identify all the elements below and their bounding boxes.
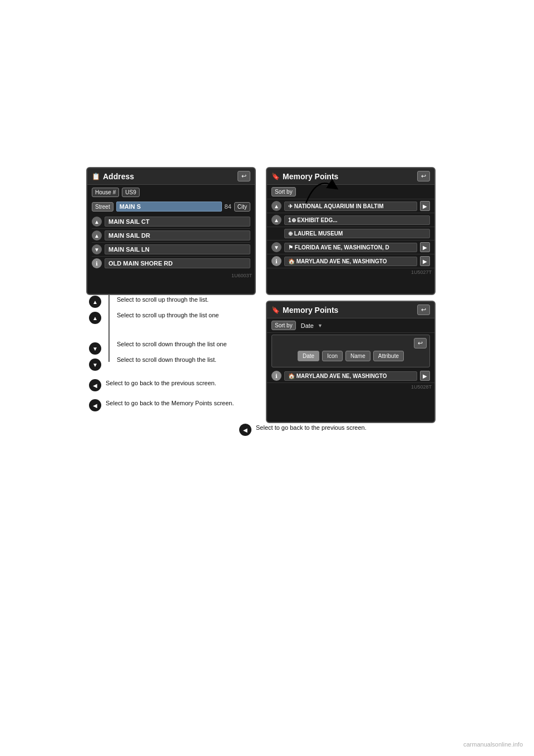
annotation-down2: Select to scroll down through the list. (117, 355, 216, 365)
sort-name-button[interactable]: Name (345, 351, 370, 361)
result-name-3[interactable]: OLD MAIN SHORE RD (105, 258, 250, 268)
house-number-button[interactable]: House # (92, 188, 119, 197)
memory-screen-2: 🔖 Memory Points ↩ Sort by Date ▼ ↩ Date … (266, 301, 436, 423)
result-icon-1[interactable]: ▲ (92, 230, 102, 240)
annotation-up2: Select to scroll up through the list one (117, 311, 219, 321)
sort-dropdown-header: ↩ (275, 338, 427, 348)
memory1-title: 🔖 Memory Points (271, 172, 338, 181)
memory2-bottom-icon[interactable]: ℹ (271, 371, 281, 381)
memory1-name-4[interactable]: 🏠 MARYLAND AVE NE, WASHINGTO (284, 257, 417, 266)
result-icon-3[interactable]: ℹ (92, 258, 102, 268)
city-button[interactable]: City (234, 202, 250, 212)
result-icon-2[interactable]: ▼ (92, 244, 102, 254)
sort-dropdown: ↩ Date Icon Name Attribute (271, 335, 430, 367)
divider-line (108, 295, 110, 362)
result-name-0[interactable]: MAIN SAIL CT (105, 217, 250, 227)
address-screen: 📋 Address ↩ House # US9 Street MAIN S 84… (86, 167, 256, 295)
memory1-title-text: Memory Points (283, 172, 338, 181)
bullet-icon-up2: ▲ (89, 312, 101, 324)
memory1-result-list: ▲ ✈ NATIONAL AQUARIUM IN BALTIM ▶ ▲ 1⊕ E… (267, 199, 434, 268)
address-screen-footer: 1U6003T (87, 272, 255, 279)
memory1-back-button[interactable]: ↩ (417, 171, 430, 181)
result-icon-0[interactable]: ▲ (92, 217, 102, 227)
memory1-item-1: ▲ 1⊕ EXHIBIT EDG... (267, 213, 434, 227)
memory1-arrow-3[interactable]: ▶ (420, 242, 430, 252)
address-screen-title: 📋 Address (92, 172, 134, 181)
annotation-down1: Select to scroll down through the list o… (117, 340, 227, 350)
bottom-bullet-text-2: Select to go back to the Memory Points s… (106, 399, 234, 408)
bottom-bullet-2: ◀ Select to go back to the Memory Points… (89, 399, 234, 411)
memory1-item-3: ▼ ⚑ FLORIDA AVE NE, WASHINGTON, D ▶ (267, 240, 434, 254)
page-watermark: carmanualsonline.info (463, 741, 523, 748)
address-fields-row: House # US9 (87, 185, 255, 200)
bottom-bullet-icon-1: ◀ (89, 379, 101, 391)
spacer1 (89, 327, 101, 338)
memory1-icon-0[interactable]: ▲ (271, 201, 281, 211)
memory1-name-2[interactable]: ⊕ LAUREL MUSEUM (284, 229, 430, 238)
street-number: 84 (225, 203, 231, 210)
bullet-icon-down2: ▼ (89, 359, 101, 371)
sort-attribute-button[interactable]: Attribute (373, 351, 404, 361)
memory1-icon-3[interactable]: ▼ (271, 242, 281, 252)
memory2-back-button[interactable]: ↩ (417, 305, 430, 315)
sort-options: Date Icon Name Attribute (275, 351, 427, 361)
bullet-icons-col: ▲ ▲ ▼ ▼ (89, 295, 101, 371)
memory-screen-1: 🔖 Memory Points ↩ Sort by ▲ ✈ NATIONAL A… (266, 167, 436, 295)
state-button[interactable]: US9 (122, 188, 139, 197)
memory2-bottom-name[interactable]: 🏠 MARYLAND AVE NE, WASHINGTO (284, 371, 417, 381)
memory2-sort-value: Date (301, 322, 314, 329)
memory1-item-0: ▲ ✈ NATIONAL AQUARIUM IN BALTIM ▶ (267, 199, 434, 213)
street-input-display[interactable]: MAIN S (116, 202, 222, 212)
memory2-code: 1U5028T (411, 384, 432, 390)
sort-dropdown-back[interactable]: ↩ (414, 338, 427, 348)
sort-date-button[interactable]: Date (298, 351, 319, 361)
memory1-name-0[interactable]: ✈ NATIONAL AQUARIUM IN BALTIM (284, 202, 417, 211)
result-item-2: ▼ MAIN SAIL LN (92, 243, 250, 257)
bullet-icon-up1: ▲ (89, 296, 101, 308)
memory2-sort-arrow: ▼ (318, 323, 323, 328)
bottom-bullet-icon-2: ◀ (89, 399, 101, 411)
sort-icon-button[interactable]: Icon (322, 351, 343, 361)
bottom-right-bullet: ◀ Select to go back to the previous scre… (239, 423, 367, 436)
memory1-name-3[interactable]: ⚑ FLORIDA AVE NE, WASHINGTON, D (284, 243, 417, 252)
address-screen-code: 1U6003T (231, 273, 252, 278)
memory2-bottom-arrow[interactable]: ▶ (420, 371, 430, 381)
bottom-right-bullet-icon: ◀ (239, 424, 251, 436)
memory2-title-text: Memory Points (283, 306, 338, 315)
annotation-up1: Select to scroll up through the list. (117, 295, 209, 305)
memory1-arrow-4[interactable]: ▶ (420, 256, 430, 266)
memory1-sort-by-label[interactable]: Sort by (271, 187, 296, 197)
page: 📋 Address ↩ House # US9 Street MAIN S 84… (0, 0, 534, 756)
address-title-text: Address (103, 172, 134, 181)
memory2-footer: 1U5028T (267, 383, 434, 391)
memory2-title: 🔖 Memory Points (271, 306, 338, 315)
memory2-sort-by-label[interactable]: Sort by (271, 321, 296, 330)
memory1-item-4: ℹ 🏠 MARYLAND AVE NE, WASHINGTO ▶ (267, 254, 434, 268)
bullet-icon-down1: ▼ (89, 342, 101, 355)
bottom-bullet-1: ◀ Select to go back to the previous scre… (89, 379, 234, 391)
memory1-footer: 1U5027T (267, 268, 434, 276)
street-label[interactable]: Street (92, 202, 113, 212)
address-back-button[interactable]: ↩ (238, 171, 250, 181)
bottom-bullet-text-1: Select to go back to the previous screen… (106, 379, 234, 388)
result-name-2[interactable]: MAIN SAIL LN (105, 244, 250, 254)
memory1-item-2: ⊕ LAUREL MUSEUM (267, 227, 434, 240)
address-result-list: ▲ MAIN SAIL CT ▲ MAIN SAIL DR ▼ MAIN SAI… (87, 213, 255, 272)
memory1-title-icon: 🔖 (271, 173, 280, 180)
street-row: Street MAIN S 84 City (87, 200, 255, 213)
memory1-sort-row: Sort by (267, 185, 434, 199)
memory1-header: 🔖 Memory Points ↩ (267, 168, 434, 185)
memory1-icon-1[interactable]: ▲ (271, 215, 281, 225)
bottom-right-bullet-text: Select to go back to the previous screen… (256, 423, 367, 433)
memory1-icon-4[interactable]: ℹ (271, 256, 281, 266)
address-screen-header: 📋 Address ↩ (87, 168, 255, 185)
memory2-title-icon: 🔖 (271, 306, 280, 314)
result-item-0: ▲ MAIN SAIL CT (92, 215, 250, 229)
memory1-arrow-0[interactable]: ▶ (420, 201, 430, 211)
memory2-sort-row: Sort by Date ▼ (267, 318, 434, 333)
memory1-name-1[interactable]: 1⊕ EXHIBIT EDG... (284, 215, 430, 225)
memory2-header: 🔖 Memory Points ↩ (267, 302, 434, 318)
memory2-bottom-item: ℹ 🏠 MARYLAND AVE NE, WASHINGTO ▶ (267, 369, 434, 383)
result-name-1[interactable]: MAIN SAIL DR (105, 230, 250, 240)
result-item-1: ▲ MAIN SAIL DR (92, 229, 250, 243)
